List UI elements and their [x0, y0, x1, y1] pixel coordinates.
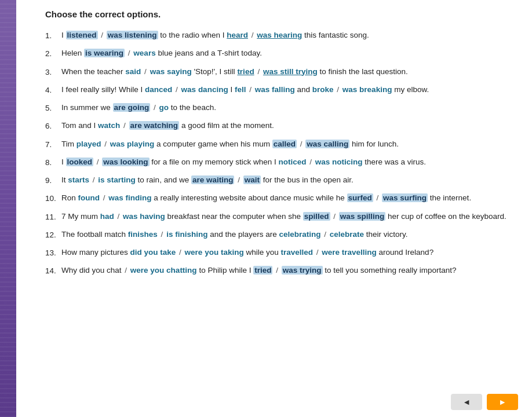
option-highlight[interactable]: celebrate — [330, 230, 364, 239]
item-text: The football match finishes / is finishi… — [61, 229, 518, 240]
item-number: 6. — [45, 120, 61, 132]
option-highlight[interactable]: was calling — [305, 140, 349, 148]
option-highlight[interactable]: tried — [253, 266, 272, 275]
item-number: 2. — [45, 47, 61, 60]
list-item: 1. I listened / was listening to the rad… — [45, 30, 518, 42]
list-item: 6. Tom and I watch / are watching a good… — [45, 120, 518, 132]
option-highlight[interactable]: did you take — [130, 248, 176, 257]
list-item: 11. 7 My mum had / was having breakfast … — [45, 211, 518, 223]
item-number: 14. — [45, 265, 61, 277]
item-text: Tim played / was playing a computer game… — [61, 138, 518, 150]
option-highlight[interactable]: was dancing — [181, 85, 228, 94]
option-highlight[interactable]: listened — [66, 31, 98, 39]
item-number: 1. — [45, 30, 61, 42]
option-highlight[interactable]: starts — [68, 175, 89, 184]
option-highlight[interactable]: celebrating — [279, 230, 320, 239]
item-text: Helen is wearing / wears blue jeans and … — [61, 47, 518, 59]
left-sidebar — [0, 0, 16, 417]
option-highlight[interactable]: are watching — [129, 121, 180, 130]
option-highlight[interactable]: surfed — [347, 193, 373, 202]
item-number: 12. — [45, 229, 61, 241]
option-highlight[interactable]: was trying — [282, 266, 323, 275]
list-item: 4. I feel really silly! While I danced /… — [45, 84, 518, 96]
option-highlight[interactable]: was breaking — [342, 85, 392, 94]
option-highlight[interactable]: wears — [133, 49, 155, 57]
item-number: 10. — [45, 192, 61, 204]
list-item: 7. Tim played / was playing a computer g… — [45, 138, 518, 151]
item-text: It starts / is starting to rain, and we … — [61, 174, 518, 186]
option-highlight[interactable]: was spilling — [339, 212, 386, 221]
option-highlight[interactable]: travelled — [280, 248, 313, 257]
option-highlight[interactable]: go — [159, 103, 169, 112]
item-text: Tom and I watch / are watching a good fi… — [61, 120, 518, 131]
item-number: 11. — [45, 211, 61, 223]
item-text: I listened / was listening to the radio … — [61, 30, 518, 41]
next-button[interactable]: ► — [487, 394, 518, 410]
option-highlight[interactable]: said — [125, 67, 141, 76]
option-highlight[interactable]: is starting — [98, 175, 136, 184]
list-item: 5. In summer we are going / go to the be… — [45, 102, 518, 114]
item-text: How many pictures did you take / were yo… — [61, 247, 518, 258]
option-highlight[interactable]: was falling — [255, 85, 295, 94]
option-highlight[interactable]: was hearing — [257, 31, 302, 39]
option-highlight[interactable]: were you chatting — [130, 266, 197, 275]
item-number: 5. — [45, 102, 61, 114]
item-text: 7 My mum had / was having breakfast near… — [61, 211, 518, 222]
option-highlight[interactable]: was saying — [150, 67, 192, 76]
option-highlight[interactable]: was noticing — [315, 158, 363, 166]
option-highlight[interactable]: wait — [243, 175, 261, 184]
main-content: Choose the correct options. 1. I listene… — [16, 0, 532, 417]
option-highlight[interactable]: finishes — [128, 230, 158, 239]
option-highlight[interactable]: were travelling — [322, 248, 377, 257]
item-number: 7. — [45, 138, 61, 151]
option-highlight[interactable]: was listening — [107, 31, 158, 39]
item-text: I feel really silly! While I danced / wa… — [61, 84, 518, 96]
list-item: 13. How many pictures did you take / wer… — [45, 247, 518, 259]
option-highlight[interactable]: is wearing — [84, 49, 125, 57]
item-text: I looked / was looking for a file on my … — [61, 156, 518, 168]
item-text: In summer we are going / go to the beach… — [61, 102, 518, 114]
item-number: 13. — [45, 247, 61, 259]
item-number: 3. — [45, 66, 61, 78]
item-number: 8. — [45, 156, 61, 169]
list-item: 9. It starts / is starting to rain, and … — [45, 174, 518, 186]
option-highlight[interactable]: called — [272, 140, 297, 148]
option-highlight[interactable]: are waiting — [191, 175, 235, 184]
list-item: 10. Ron found / was finding a really int… — [45, 192, 518, 204]
option-highlight[interactable]: was finding — [108, 193, 151, 202]
option-highlight[interactable]: spilled — [303, 212, 330, 221]
prev-button[interactable]: ◄ — [451, 394, 482, 410]
item-text: Why did you chat / were you chatting to … — [61, 265, 518, 276]
item-text: When the teacher said / was saying 'Stop… — [61, 66, 518, 78]
list-item: 2. Helen is wearing / wears blue jeans a… — [45, 47, 518, 60]
list-item: 12. The football match finishes / is fin… — [45, 229, 518, 241]
option-highlight[interactable]: broke — [312, 85, 334, 94]
option-highlight[interactable]: fell — [235, 85, 246, 94]
option-highlight[interactable]: was surfing — [382, 193, 428, 202]
instructions-text: Choose the correct options. — [45, 9, 518, 19]
list-item: 8. I looked / was looking for a file on … — [45, 156, 518, 169]
option-highlight[interactable]: is finishing — [166, 230, 207, 239]
option-highlight[interactable]: was having — [123, 212, 165, 221]
list-item: 3. When the teacher said / was saying 'S… — [45, 66, 518, 78]
option-highlight[interactable]: are going — [113, 103, 151, 112]
exercise-container: 1. I listened / was listening to the rad… — [45, 30, 518, 277]
option-highlight[interactable]: was playing — [110, 140, 155, 148]
option-highlight[interactable]: heard — [227, 31, 248, 39]
option-highlight[interactable]: played — [76, 140, 101, 148]
option-highlight[interactable]: watch — [98, 121, 120, 130]
item-number: 9. — [45, 174, 61, 186]
option-highlight[interactable]: tried — [237, 67, 254, 76]
option-highlight[interactable]: were you taking — [185, 248, 244, 257]
navigation-buttons: ◄ ► — [451, 394, 518, 410]
option-highlight[interactable]: looked — [66, 158, 94, 166]
option-highlight[interactable]: had — [100, 212, 114, 221]
option-highlight[interactable]: found — [78, 193, 100, 202]
option-highlight[interactable]: danced — [145, 85, 172, 94]
option-highlight[interactable]: noticed — [278, 158, 306, 166]
option-highlight[interactable]: was looking — [102, 158, 149, 166]
option-highlight[interactable]: was still trying — [263, 67, 318, 76]
list-item: 14. Why did you chat / were you chatting… — [45, 265, 518, 277]
item-number: 4. — [45, 84, 61, 96]
item-text: Ron found / was finding a really interes… — [61, 192, 518, 204]
